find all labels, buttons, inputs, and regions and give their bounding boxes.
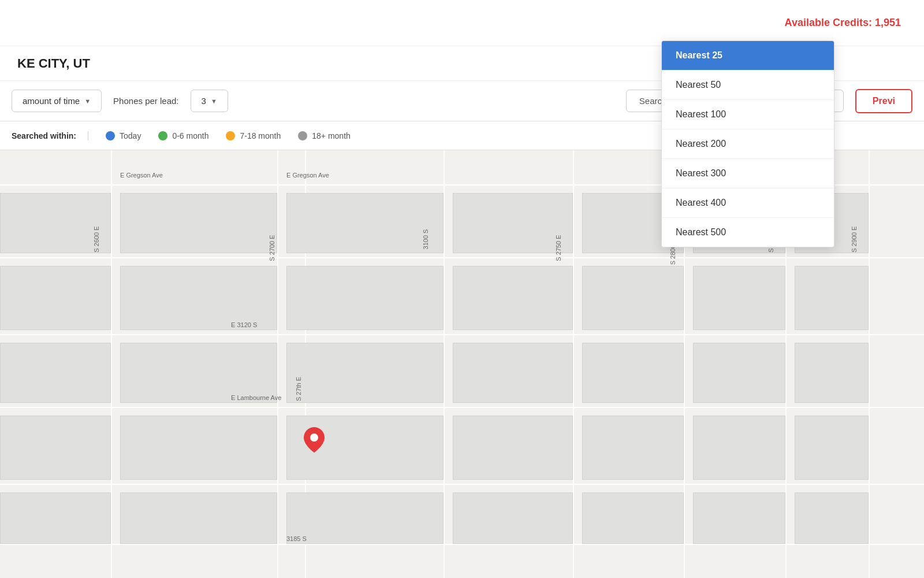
street-label-3100s: 3100 S [422, 229, 429, 250]
block-15 [0, 343, 111, 403]
nearest-300-option[interactable]: Nearest 300 [662, 159, 834, 188]
preview-button[interactable]: Previ [855, 89, 912, 113]
nearest-50-option[interactable]: Nearest 50 [662, 71, 834, 100]
block-9 [120, 266, 277, 330]
phones-caret-icon: ▼ [211, 98, 217, 105]
amount-caret-icon: ▼ [84, 98, 91, 105]
block-28 [795, 416, 869, 480]
searched-within-label: Searched within: [12, 131, 88, 140]
block-30 [120, 492, 277, 544]
street-label-3120: E 3120 S [231, 321, 257, 328]
block-14 [795, 266, 869, 330]
street-v-8 [869, 150, 870, 578]
street-label-gregson-mid: E Gregson Ave [286, 172, 329, 179]
amount-of-time-dropdown[interactable]: amount of time ▼ [12, 90, 102, 112]
street-label-gregson-left: E Gregson Ave [120, 172, 163, 179]
block-10 [286, 266, 444, 330]
street-label-27the: S 27th E [295, 377, 302, 401]
block-20 [693, 343, 785, 403]
nearest-dropdown-menu: Nearest 25 Nearest 50 Nearest 100 Neares… [661, 40, 834, 247]
street-v-5 [573, 150, 574, 578]
legend-today: Today [106, 131, 141, 140]
city-title: KE CITY, UT [17, 56, 90, 71]
block-34 [693, 492, 785, 544]
block-25 [453, 416, 573, 480]
legend-18plus: 18+ month [298, 131, 351, 140]
credits-prefix: Available Credits: [785, 17, 875, 28]
block-12 [582, 266, 684, 330]
street-v-4 [444, 150, 445, 578]
nearest-400-option[interactable]: Nearest 400 [662, 188, 834, 218]
block-27 [693, 416, 785, 480]
street-label-2900e: S 2900 E [851, 226, 858, 252]
block-31 [286, 492, 444, 544]
preview-label: Previ [873, 96, 895, 106]
block-35 [795, 492, 869, 544]
legend-7-18: 7-18 month [226, 131, 281, 140]
today-dot [106, 131, 115, 140]
block-29 [0, 492, 111, 544]
phones-dropdown[interactable]: 3 ▼ [191, 90, 228, 112]
nearest-500-option[interactable]: Nearest 500 [662, 218, 834, 247]
street-v-2 [277, 150, 278, 578]
block-13 [693, 266, 785, 330]
block-11 [453, 266, 573, 330]
amount-of-time-label: amount of time [23, 96, 80, 106]
block-21 [795, 343, 869, 403]
block-17 [286, 343, 444, 403]
7-18-dot [226, 131, 235, 140]
map-pin [304, 427, 325, 455]
block-2 [120, 193, 277, 253]
block-33 [582, 492, 684, 544]
0-6-dot [158, 131, 167, 140]
18plus-label: 18+ month [312, 131, 351, 140]
phones-value: 3 [202, 96, 206, 106]
street-label-2600e: S 2600 E [93, 226, 100, 252]
credits-display: Available Credits: 1,951 [785, 17, 901, 29]
credits-value: 1,951 [875, 17, 901, 28]
0-6-label: 0-6 month [172, 131, 208, 140]
nearest-25-option[interactable]: Nearest 25 [662, 41, 834, 71]
block-8 [0, 266, 111, 330]
legend-0-6: 0-6 month [158, 131, 208, 140]
today-label: Today [120, 131, 141, 140]
nearest-100-option[interactable]: Nearest 100 [662, 100, 834, 129]
block-32 [453, 492, 573, 544]
street-v-1 [111, 150, 112, 578]
street-label-lambourne: E Lambourne Ave [231, 394, 281, 401]
block-3 [286, 193, 444, 253]
nearest-200-option[interactable]: Nearest 200 [662, 129, 834, 159]
svg-point-0 [310, 433, 318, 442]
block-26 [582, 416, 684, 480]
block-18 [453, 343, 573, 403]
18plus-dot [298, 131, 307, 140]
7-18-label: 7-18 month [240, 131, 281, 140]
block-19 [582, 343, 684, 403]
street-label-2750e: S 2750 E [555, 235, 562, 261]
block-23 [120, 416, 277, 480]
street-label-3185: 3185 S [286, 535, 307, 542]
phones-per-lead-label: Phones per lead: [113, 96, 178, 106]
block-22 [0, 416, 111, 480]
header: Available Credits: 1,951 [0, 0, 924, 46]
street-label-2700e: S 2700 E [269, 235, 275, 261]
